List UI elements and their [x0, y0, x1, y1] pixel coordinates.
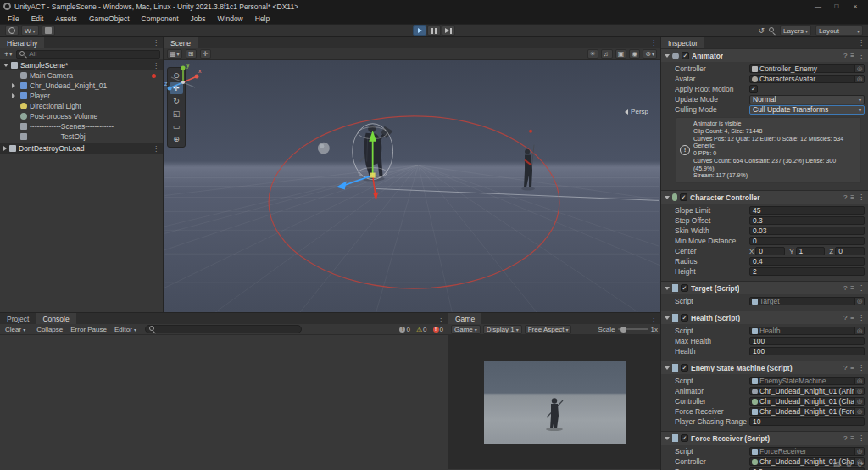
health-script-header[interactable]: ✓ Health (Script) ?≡⋮: [661, 311, 868, 324]
panel-menu-icon[interactable]: ⋮: [434, 313, 448, 324]
close-button[interactable]: ×: [846, 0, 865, 13]
object-picker-icon[interactable]: ◎: [854, 408, 864, 415]
enabled-checkbox[interactable]: ✓: [681, 364, 688, 372]
create-button[interactable]: +▾: [3, 50, 14, 59]
orientation-gizmo[interactable]: y x z: [164, 60, 203, 99]
object-picker-icon[interactable]: ◎: [854, 298, 864, 305]
inspector-scroll[interactable]: ✓ Animator ?≡⋮ Controller Controller_Ene…: [661, 48, 868, 470]
force-receiver-object-field[interactable]: Chr_Undead_Knight_01 (Force Re ◎: [749, 407, 865, 416]
preset-icon[interactable]: ≡: [850, 314, 854, 322]
tab-inspector[interactable]: Inspector: [661, 37, 704, 48]
hierarchy-item-main-camera[interactable]: Main Camera: [0, 70, 163, 81]
clear-button[interactable]: Clear▾: [3, 325, 28, 334]
layout-dropdown[interactable]: Layout▾: [815, 25, 863, 36]
min-move-distance-field[interactable]: 0: [749, 237, 865, 245]
object-picker-icon[interactable]: ◎: [854, 398, 864, 405]
slider-thumb[interactable]: [620, 327, 626, 333]
hierarchy-search-input[interactable]: All: [16, 50, 160, 59]
game-mode-dropdown[interactable]: Game▾: [451, 325, 481, 334]
activity-icon[interactable]: ⟳: [857, 460, 864, 468]
help-icon[interactable]: ?: [843, 284, 847, 292]
tab-scene[interactable]: Scene: [164, 37, 198, 48]
object-picker-icon[interactable]: ◎: [854, 448, 864, 455]
help-icon[interactable]: ?: [843, 193, 847, 201]
step-offset-field[interactable]: 0.3: [749, 216, 865, 225]
console-status-icon[interactable]: ▤: [833, 460, 841, 468]
audio-toggle-button[interactable]: ♬: [601, 49, 613, 59]
tool-settings-button[interactable]: ✛: [200, 49, 211, 59]
tab-project[interactable]: Project: [0, 313, 36, 324]
center-y-field[interactable]: 1: [796, 247, 826, 255]
menu-jobs[interactable]: Jobs: [185, 14, 212, 23]
object-picker-icon[interactable]: ◎: [854, 65, 864, 72]
enemy-model[interactable]: [521, 145, 535, 191]
more-icon[interactable]: ⋮: [858, 52, 865, 59]
target-script-header[interactable]: ✓ Target (Script) ?≡⋮: [661, 282, 868, 294]
menu-edit[interactable]: Edit: [25, 14, 50, 23]
editor-dropdown[interactable]: Editor▾: [112, 325, 139, 334]
preset-icon[interactable]: ≡: [850, 364, 854, 372]
controller-object-field[interactable]: Chr_Undead_Knight_01 (Charact ◎: [749, 397, 865, 406]
center-x-field[interactable]: 0: [755, 247, 785, 255]
console-search-input[interactable]: [145, 325, 302, 333]
object-picker-icon[interactable]: ◎: [854, 388, 864, 394]
enabled-checkbox[interactable]: ✓: [681, 284, 688, 292]
panel-menu-icon[interactable]: ⋮: [854, 37, 868, 48]
draw-mode-dropdown[interactable]: ▦▾: [167, 49, 182, 59]
scene-menu-icon[interactable]: ⋮: [153, 62, 163, 70]
hierarchy-item-postprocess-volume[interactable]: Post-process Volume: [0, 111, 163, 121]
warning-filter-button[interactable]: ⚠0: [415, 326, 429, 333]
menu-file[interactable]: File: [2, 14, 25, 23]
scene-viewport[interactable]: ⊙ ✛ ↻ ◱ ▭ ⊕: [164, 60, 660, 312]
help-icon[interactable]: ?: [843, 434, 847, 442]
object-picker-icon[interactable]: ◎: [854, 76, 864, 82]
update-mode-dropdown[interactable]: Normal ▾: [749, 95, 865, 104]
scene-header-row[interactable]: SampleScene* ⋮: [0, 60, 163, 70]
sphere-object[interactable]: [318, 143, 330, 154]
character-controller-header[interactable]: ✓ Character Controller ?≡⋮: [661, 191, 868, 204]
culling-mode-dropdown[interactable]: Cull Update Transforms ▾: [749, 105, 865, 115]
radius-field[interactable]: 0.4: [749, 257, 865, 266]
error-filter-button[interactable]: !0: [431, 326, 445, 333]
panel-menu-icon[interactable]: ⋮: [647, 37, 660, 48]
foldout-open-icon[interactable]: [665, 316, 670, 320]
play-button[interactable]: [413, 25, 426, 36]
panel-menu-icon[interactable]: ⋮: [149, 37, 163, 48]
scale-tool-button[interactable]: ◱: [170, 108, 183, 120]
slope-limit-field[interactable]: 45: [749, 206, 865, 215]
camera-settings-button[interactable]: ◉: [629, 49, 640, 59]
height-field[interactable]: 2: [749, 267, 865, 276]
console-log-area[interactable]: [0, 335, 448, 469]
hierarchy-item-testobj-separator[interactable]: -------------TestObj-----------: [0, 131, 163, 142]
workspace-button[interactable]: W▾: [21, 25, 39, 36]
pause-button[interactable]: [427, 25, 441, 36]
grid-toggle-button[interactable]: ⊞: [186, 49, 197, 59]
undo-history-icon[interactable]: ↺: [758, 26, 765, 35]
preset-icon[interactable]: ≡: [850, 434, 854, 442]
player-chasing-range-field[interactable]: 10: [749, 417, 865, 426]
enabled-checkbox[interactable]: ✓: [682, 52, 689, 59]
collapse-button[interactable]: Collapse: [34, 325, 65, 334]
animator-object-field[interactable]: Chr_Undead_Knight_01 (Animato ◎: [749, 387, 865, 395]
transform-tool-button[interactable]: ⊕: [170, 133, 183, 145]
services-button[interactable]: [42, 25, 55, 36]
menu-help[interactable]: Help: [249, 14, 275, 23]
rect-tool-button[interactable]: ▭: [170, 120, 183, 132]
script-object-field[interactable]: EnemyStateMachine ◎: [749, 377, 865, 385]
foldout-open-icon[interactable]: [665, 437, 670, 440]
hierarchy-item-scenes-separator[interactable]: -------------Scenes------------: [0, 121, 163, 131]
script-object-field[interactable]: Health ◎: [749, 327, 865, 335]
scene-menu-icon[interactable]: ⋮: [153, 145, 163, 153]
help-icon[interactable]: ?: [843, 364, 847, 372]
enabled-checkbox[interactable]: ✓: [680, 193, 687, 201]
foldout-open-icon[interactable]: [665, 287, 670, 290]
tab-hierarchy[interactable]: Hierarchy: [0, 37, 44, 48]
foldout-closed-icon[interactable]: [3, 146, 7, 151]
foldout-closed-icon[interactable]: [12, 93, 15, 98]
preset-icon[interactable]: ≡: [850, 52, 854, 59]
display-dropdown[interactable]: Display 1▾: [483, 325, 522, 334]
settings-icon[interactable]: ⚙: [845, 460, 852, 468]
help-icon[interactable]: ?: [843, 52, 847, 59]
menu-window[interactable]: Window: [212, 14, 249, 23]
tab-console[interactable]: Console: [36, 313, 75, 324]
